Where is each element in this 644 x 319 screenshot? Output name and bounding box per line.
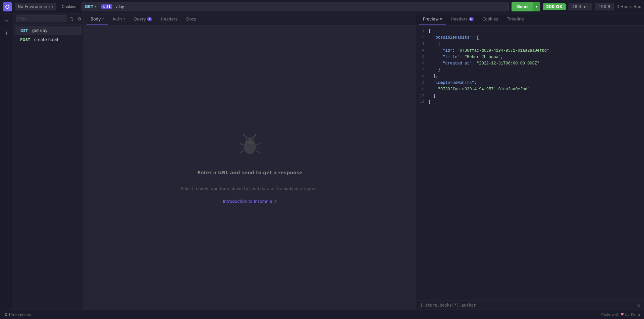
external-link-icon: ↗ — [274, 199, 277, 204]
tab-headers-label: Headers — [161, 17, 177, 21]
main-layout: ≡ + ⇅ ⚙ GET get day POST create habit Bo… — [0, 13, 644, 310]
method-selector[interactable]: GET ▾ — [82, 2, 99, 11]
json-line-6: 6 "created_at": "2022-12-31T06:00:00.000… — [416, 60, 644, 67]
svg-point-13 — [251, 139, 253, 141]
sidebar-add-icon[interactable]: + — [2, 28, 11, 38]
heart-icon: ♥ — [621, 312, 624, 317]
tab-response-cookies-label: Cookies — [482, 17, 498, 21]
url-bar: GET ▾ url1 — [82, 2, 509, 11]
method-tag-post: POST — [19, 38, 32, 42]
send-button-group: Send ▾ — [512, 2, 540, 11]
request-item[interactable]: GET get day — [15, 26, 82, 35]
tab-response-headers-label: Headers — [451, 17, 468, 21]
preferences-button[interactable]: ⚙ Preferences — [4, 312, 31, 317]
query-badge: 1 — [147, 17, 152, 21]
json-line-5: 5 "title": "Beber 2L água", — [416, 54, 644, 60]
svg-point-3 — [244, 134, 245, 136]
json-line-7: 7 } — [416, 67, 644, 73]
json-line-9: 9 "completedHabits": [ — [416, 80, 644, 86]
search-input[interactable] — [16, 15, 67, 22]
empty-state-title: Enter a URL and send to get a response — [197, 170, 303, 175]
editor-tabs: Body ▾ Auth ▾ Query 1 Headers Docs — [84, 13, 416, 26]
method-tag-get: GET — [19, 29, 30, 33]
url-tag: url1 — [101, 4, 112, 9]
send-button[interactable]: Send — [512, 2, 533, 11]
method-label: GET — [85, 4, 93, 9]
svg-line-8 — [240, 151, 244, 153]
editor-area: Body ▾ Auth ▾ Query 1 Headers Docs — [84, 13, 416, 310]
search-bar: ⇅ ⚙ — [13, 13, 84, 25]
env-label: No Environment — [18, 4, 50, 9]
tab-body[interactable]: Body ▾ — [87, 13, 108, 25]
tab-headers[interactable]: Headers — [157, 13, 181, 25]
empty-state-divider — [216, 182, 283, 182]
request-list: GET get day POST create habit — [13, 25, 84, 310]
tab-response-headers[interactable]: Headers 6 — [447, 13, 478, 25]
tab-preview-chevron-icon: ▾ — [440, 17, 442, 21]
tab-query-label: Query — [133, 17, 146, 21]
response-size-badge: 190 B — [595, 3, 614, 10]
bug-icon — [236, 131, 263, 163]
svg-point-5 — [255, 134, 257, 136]
response-footer: ⧉ — [416, 301, 644, 310]
tab-preview[interactable]: Preview ▾ — [419, 13, 446, 25]
intro-link-label: Introduction to Insomnia — [223, 199, 272, 204]
tab-preview-label: Preview — [423, 17, 439, 21]
tab-auth-label: Auth — [112, 17, 122, 21]
bottom-bar: ⚙ Preferences Made with ♥ by Kong — [0, 310, 644, 319]
app-icon[interactable] — [3, 2, 12, 11]
environment-selector[interactable]: No Environment ▾ — [15, 3, 56, 10]
tab-timeline-label: Timeline — [507, 17, 524, 21]
url-input[interactable] — [114, 4, 509, 9]
settings-icon: ⚙ — [4, 312, 8, 317]
top-bar: No Environment ▾ Cookies GET ▾ url1 Send… — [0, 0, 644, 13]
status-badge: 200 OK — [543, 3, 566, 10]
json-line-4: 4 "id": "0730ffac-d039-4194-9571-01aa2aa… — [416, 48, 644, 54]
response-panel: Preview ▾ Headers 6 Cookies Timeline 1 {… — [416, 13, 644, 310]
response-tabs: Preview ▾ Headers 6 Cookies Timeline — [416, 13, 644, 26]
tab-docs-label: Docs — [186, 17, 196, 21]
tab-timeline[interactable]: Timeline — [503, 13, 528, 25]
svg-line-9 — [256, 143, 260, 145]
tab-auth-chevron-icon: ▾ — [123, 17, 125, 21]
svg-line-2 — [245, 135, 247, 138]
svg-line-4 — [253, 135, 255, 138]
empty-state-subtitle: Select a body type from above to send da… — [181, 186, 319, 191]
json-line-11: 11 ] — [416, 93, 644, 99]
jsonpath-input[interactable] — [420, 303, 637, 308]
tab-query[interactable]: Query 1 — [129, 13, 156, 25]
json-line-3: 3 { — [416, 41, 644, 47]
env-chevron-icon: ▾ — [52, 5, 53, 8]
editor-empty-state: Enter a URL and send to get a response S… — [84, 26, 416, 310]
cookies-button[interactable]: Cookies — [59, 3, 79, 10]
request-panel: ⇅ ⚙ GET get day POST create habit — [13, 13, 84, 310]
headers-badge: 6 — [469, 17, 474, 21]
intro-link[interactable]: Introduction to Insomnia ↗ — [223, 199, 277, 204]
json-line-12: 12 } — [416, 99, 644, 105]
request-name: create habit — [34, 37, 59, 42]
request-item[interactable]: POST create habit — [15, 35, 82, 44]
preferences-label: Preferences — [9, 312, 31, 317]
made-with-label: Made with ♥ by Kong — [600, 312, 640, 317]
response-time-badge: 48.4 ms — [569, 3, 592, 10]
svg-point-12 — [247, 139, 249, 141]
json-line-8: 8 ], — [416, 73, 644, 80]
svg-line-6 — [240, 143, 244, 145]
copy-icon[interactable]: ⧉ — [637, 303, 640, 308]
json-line-10: 10 "0730ffac-d039-4194-9571-01aa2aa0efbd… — [416, 86, 644, 93]
tab-response-cookies[interactable]: Cookies — [478, 13, 502, 25]
response-body: 1 { 2 "possibleHabits": [ 3 { 4 "id": "0… — [416, 26, 644, 301]
tab-docs[interactable]: Docs — [182, 13, 200, 25]
send-dropdown-button[interactable]: ▾ — [533, 2, 540, 11]
more-options-button[interactable]: ⚙ — [76, 16, 83, 22]
json-line-2: 2 "possibleHabits": [ — [416, 35, 644, 41]
timestamp: 3 Hours Ago — [616, 4, 641, 9]
svg-line-11 — [256, 151, 260, 153]
sidebar-menu-icon[interactable]: ≡ — [2, 16, 11, 26]
method-chevron-icon: ▾ — [95, 5, 96, 8]
tab-auth[interactable]: Auth ▾ — [108, 13, 129, 25]
sort-button[interactable]: ⇅ — [68, 16, 75, 22]
tab-body-label: Body — [91, 17, 101, 21]
request-name: get day — [32, 28, 48, 33]
sidebar: ≡ + — [0, 13, 13, 310]
